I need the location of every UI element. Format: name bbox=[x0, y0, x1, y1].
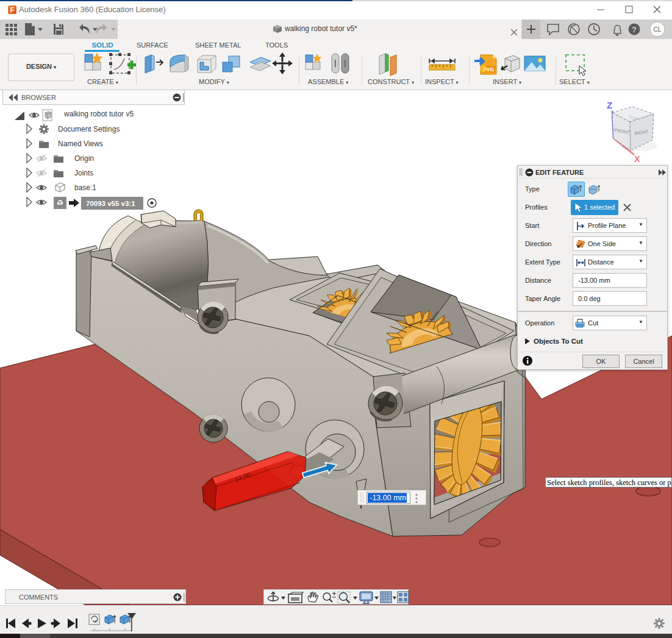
svg-text:CL: CL bbox=[654, 26, 662, 33]
svg-text:?: ? bbox=[632, 25, 637, 34]
svg-text:X: X bbox=[634, 154, 640, 164]
svg-text:70093 v55 v3:1: 70093 v55 v3:1 bbox=[86, 200, 135, 207]
svg-text:Z: Z bbox=[607, 100, 612, 110]
